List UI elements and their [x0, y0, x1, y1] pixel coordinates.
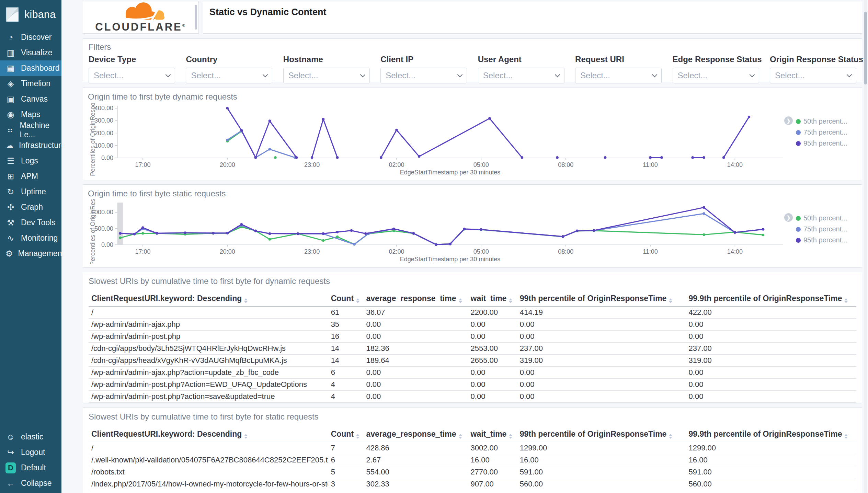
legend-dot-icon: [796, 119, 801, 124]
table-cell: 414.19: [517, 307, 686, 319]
sort-icon[interactable]: [244, 298, 248, 303]
uptime-icon: ↻: [5, 187, 16, 197]
table-cell: 189.64: [363, 355, 468, 367]
sidebar-item-monitoring[interactable]: ∿Monitoring: [0, 230, 61, 246]
filter-group-device-type: Device TypeSelect...: [89, 55, 175, 83]
table-cell: 6: [328, 367, 364, 379]
table-cell: 0.00: [468, 403, 517, 404]
table-cell: 0.00: [686, 367, 856, 379]
sort-icon[interactable]: [356, 434, 359, 439]
column-header-average-response-time[interactable]: average_response_time: [363, 426, 468, 442]
sidebar-item-label: Management: [18, 249, 64, 258]
svg-text:EdgeStartTimestamp per 30 minu: EdgeStartTimestamp per 30 minutes: [400, 169, 500, 176]
sort-icon[interactable]: [459, 434, 462, 439]
sidebar-item-elastic[interactable]: ☺elastic: [0, 429, 61, 445]
sidebar-item-apm[interactable]: ⊞APM: [0, 169, 61, 184]
table-cell: 3: [328, 490, 364, 493]
column-header-count[interactable]: Count: [328, 291, 364, 307]
sidebar-item-logs[interactable]: ☰Logs: [0, 153, 61, 169]
legend-dot-icon: [796, 130, 801, 135]
legend-item-95th-percentile[interactable]: 95th percent...: [796, 139, 857, 147]
filter-select-country[interactable]: Select...: [186, 68, 272, 83]
sidebar-item-label: Machine Le...: [20, 121, 61, 139]
infrastructure-icon: ☁: [5, 141, 14, 150]
sort-icon[interactable]: [356, 298, 359, 303]
sort-icon[interactable]: [669, 298, 672, 303]
legend-item-50th-percentile[interactable]: 50th percent...: [796, 214, 857, 222]
sidebar-item-canvas[interactable]: ▣Canvas: [0, 91, 61, 107]
column-header-99-9th-percentile-of-originresponsetime[interactable]: 99.9th percentile of OriginResponseTime: [686, 291, 856, 307]
filter-select-origin-response-status[interactable]: Select...: [770, 68, 856, 83]
column-header-wait-time[interactable]: wait_time: [468, 291, 517, 307]
chevron-down-icon: [263, 72, 268, 77]
select-placeholder: Select...: [191, 71, 221, 80]
sort-icon[interactable]: [844, 298, 848, 303]
chevron-right-icon[interactable]: ❯: [784, 213, 793, 222]
kibana-logo[interactable]: kibana: [0, 0, 61, 30]
filters-panel: Filters Device TypeSelect...CountrySelec…: [83, 38, 862, 82]
sort-icon[interactable]: [244, 434, 248, 439]
column-header-wait-time[interactable]: wait_time: [468, 426, 517, 442]
sort-icon[interactable]: [509, 298, 512, 303]
filter-label-origin-response-status: Origin Response Status: [770, 55, 856, 64]
sidebar-item-default[interactable]: DDefault: [0, 460, 61, 475]
column-header-average-response-time[interactable]: average_response_time: [363, 291, 468, 307]
sidebar-item-collapse[interactable]: ←Collapse: [0, 475, 61, 491]
table-cell: /wp-admin/admin-post.php: [89, 331, 328, 343]
sidebar-item-discover[interactable]: ◔Discover: [0, 30, 61, 45]
table-row: /robots.txt5554.002770.00591.00591.00: [89, 466, 856, 478]
select-placeholder: Select...: [386, 71, 415, 80]
sidebar-item-timelion[interactable]: ◈Timelion: [0, 76, 61, 91]
table-cell: 0.00: [686, 391, 856, 403]
column-header-count[interactable]: Count: [328, 426, 364, 442]
chart-canvas[interactable]: 0.00500.001000.0017:0020:0023:0002:0005:…: [88, 199, 788, 264]
table-row: /wp-admin/admin-ajax.php?action=update_z…: [89, 367, 856, 379]
logo-panel-scrollbar[interactable]: [195, 5, 197, 30]
chevron-right-icon[interactable]: ❯: [784, 116, 793, 125]
svg-text:0.00: 0.00: [101, 154, 113, 161]
table-row: /cdn-cgi/apps/head/xVgyKhR-vV3dAUGhMqfBc…: [89, 355, 856, 367]
sidebar-item-infrastructure[interactable]: ☁Infrastructure: [0, 138, 61, 153]
sidebar-item-dev-tools[interactable]: ⚒Dev Tools: [0, 215, 61, 230]
filter-select-request-uri[interactable]: Select...: [575, 68, 662, 83]
sidebar-item-logout[interactable]: ↪Logout: [0, 445, 61, 460]
legend-item-95th-percentile[interactable]: 95th percent...: [796, 236, 857, 244]
table-cell: 0.00: [517, 331, 686, 343]
sort-icon[interactable]: [669, 434, 672, 439]
chevron-down-icon: [165, 72, 171, 77]
sort-icon[interactable]: [509, 434, 512, 439]
space-badge-icon: D: [5, 462, 16, 473]
filter-group-request-uri: Request URISelect...: [575, 55, 662, 83]
table-title-dynamic: Slowest URIs by cumulative time to first…: [89, 276, 856, 286]
sidebar-item-machine-le[interactable]: ⠶Machine Le...: [0, 122, 61, 138]
column-header-clientrequesturi-keyword-descending[interactable]: ClientRequestURI.keyword: Descending: [89, 426, 328, 442]
filter-select-edge-response-status[interactable]: Select...: [673, 68, 759, 83]
column-header-99th-percentile-of-originresponsetime[interactable]: 99th percentile of OriginResponseTime: [517, 426, 686, 442]
filter-select-device-type[interactable]: Select...: [89, 68, 175, 83]
legend-item-75th-percentile[interactable]: 75th percent...: [796, 128, 857, 136]
sidebar-item-management[interactable]: ⚙Management: [0, 246, 61, 261]
sidebar-item-dashboard[interactable]: ▦Dashboard: [0, 60, 61, 76]
legend-item-75th-percentile[interactable]: 75th percent...: [796, 225, 857, 233]
filter-select-user-agent[interactable]: Select...: [478, 68, 564, 83]
column-header-99-9th-percentile-of-originresponsetime[interactable]: 99.9th percentile of OriginResponseTime: [686, 426, 856, 442]
sort-icon[interactable]: [459, 298, 462, 303]
sidebar-item-graph[interactable]: ✣Graph: [0, 199, 61, 215]
filter-select-hostname[interactable]: Select...: [283, 68, 370, 83]
filter-select-client-ip[interactable]: Select...: [380, 68, 467, 83]
user-icon: ☺: [5, 432, 16, 442]
sort-icon[interactable]: [844, 434, 848, 439]
sidebar-item-visualize[interactable]: ▥Visualize: [0, 45, 61, 60]
page-scrollbar-thumb[interactable]: [864, 12, 867, 84]
svg-text:200.00: 200.00: [94, 130, 113, 137]
sidebar-item-maps[interactable]: ◉Maps: [0, 107, 61, 122]
chart-canvas[interactable]: 0.00100.00200.00300.00400.0017:0020:0023…: [88, 102, 788, 177]
legend-label: 95th percent...: [803, 139, 847, 147]
column-header-clientrequesturi-keyword-descending[interactable]: ClientRequestURI.keyword: Descending: [89, 291, 328, 307]
column-header-99th-percentile-of-originresponsetime[interactable]: 99th percentile of OriginResponseTime: [517, 291, 686, 307]
filter-group-country: CountrySelect...: [186, 55, 272, 83]
table-panel-dynamic: Slowest URIs by cumulative time to first…: [83, 272, 862, 403]
table-cell: 2770.00: [468, 466, 517, 478]
legend-item-50th-percentile[interactable]: 50th percent...: [796, 117, 857, 125]
sidebar-item-uptime[interactable]: ↻Uptime: [0, 184, 61, 199]
